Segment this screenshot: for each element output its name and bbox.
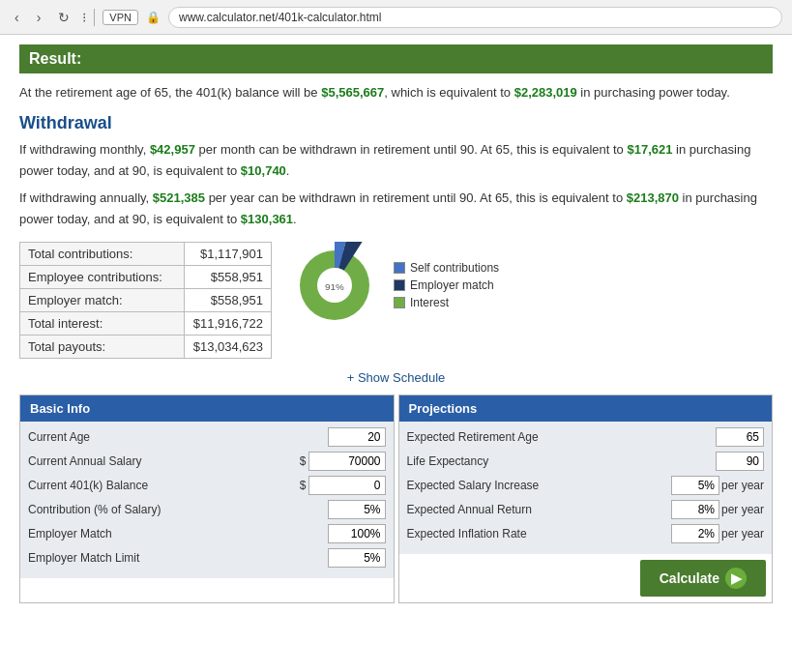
calculate-arrow-icon: ▶ <box>725 568 747 589</box>
field-input[interactable] <box>328 427 386 447</box>
field-label: Employer Match <box>28 527 328 541</box>
form-row: Expected Retirement Age <box>407 427 765 447</box>
input-group <box>328 427 386 447</box>
vpn-badge: VPN <box>103 10 138 25</box>
result-line3: in purchasing power today. <box>577 85 730 100</box>
field-input[interactable] <box>671 524 719 543</box>
field-label: Employer Match Limit <box>28 551 328 565</box>
row-label: Total payouts: <box>20 336 185 359</box>
legend-item: Self contributions <box>394 261 499 275</box>
legend-item: Interest <box>394 296 499 309</box>
calculate-button[interactable]: Calculate ▶ <box>640 560 766 597</box>
input-prefix: $ <box>300 479 307 492</box>
form-row: Contribution (% of Salary) <box>28 500 386 519</box>
monthly-withdrawal-text: If withdrawing monthly, $42,957 per mont… <box>19 139 773 182</box>
basic-info-body: Current AgeCurrent Annual Salary$Current… <box>20 422 394 578</box>
legend-color-swatch <box>394 297 405 308</box>
row-label: Total contributions: <box>20 243 185 266</box>
page-content: Result: At the retirement age of 65, the… <box>0 35 792 613</box>
form-row: Current Annual Salary$ <box>28 452 386 471</box>
summary-area: Total contributions:$1,117,901Employee c… <box>19 242 773 359</box>
input-suffix: per year <box>721 527 764 541</box>
field-input[interactable] <box>328 548 386 568</box>
field-input[interactable] <box>716 452 764 471</box>
field-label: Current Age <box>28 430 328 444</box>
balance-value: $5,565,667 <box>321 85 384 100</box>
field-input[interactable] <box>308 476 386 495</box>
form-row: Current Age <box>28 427 386 447</box>
purchasing-power-value: $2,283,019 <box>514 85 577 100</box>
field-input[interactable] <box>716 427 764 447</box>
calculate-label: Calculate <box>660 570 719 586</box>
projections-panel: Projections Expected Retirement AgeLife … <box>398 394 774 603</box>
result-header: Result: <box>19 44 773 73</box>
row-value: $13,034,623 <box>185 336 272 359</box>
annual-withdrawal-text: If withdrawing annually, $521,385 per ye… <box>19 188 773 230</box>
table-row: Total payouts:$13,034,623 <box>20 336 272 359</box>
row-label: Employer match: <box>20 289 185 312</box>
back-button[interactable]: ‹ <box>10 8 24 27</box>
field-label: Contribution (% of Salary) <box>28 503 328 516</box>
forward-button[interactable]: › <box>32 8 46 27</box>
row-value: $1,117,901 <box>185 243 272 266</box>
row-value: $558,951 <box>185 266 272 289</box>
field-input[interactable] <box>671 500 719 519</box>
field-input[interactable] <box>328 500 386 519</box>
row-value: $558,951 <box>185 289 272 312</box>
legend-label: Interest <box>410 296 449 309</box>
show-schedule[interactable]: + Show Schedule <box>19 370 773 385</box>
pie-label: 91% <box>325 282 344 293</box>
reload-button[interactable]: ↻ <box>53 8 74 27</box>
input-group <box>328 548 386 568</box>
input-group <box>716 452 764 471</box>
pie-chart: 91% <box>291 242 378 329</box>
basic-info-header: Basic Info <box>20 395 394 422</box>
field-label: Expected Inflation Rate <box>407 527 671 541</box>
input-group: per year <box>671 500 764 519</box>
row-value: $11,916,722 <box>185 312 272 336</box>
input-group: $ <box>300 476 386 495</box>
chart-area: 91% Self contributionsEmployer matchInte… <box>291 242 499 332</box>
row-label: Total interest: <box>20 312 185 336</box>
divider <box>94 9 95 26</box>
calc-panels: Basic Info Current AgeCurrent Annual Sal… <box>19 394 773 603</box>
form-row: Life Expectancy <box>407 452 765 471</box>
table-row: Total contributions:$1,117,901 <box>20 243 272 266</box>
result-line2: , which is equivalent to <box>384 85 513 100</box>
field-label: Current 401(k) Balance <box>28 479 300 492</box>
summary-table: Total contributions:$1,117,901Employee c… <box>19 242 272 359</box>
browser-bar: ‹ › ↻ ⁝ VPN 🔒 <box>0 0 792 35</box>
form-row: Expected Inflation Rateper year <box>407 524 765 543</box>
table-row: Employer match:$558,951 <box>20 289 272 312</box>
legend-label: Employer match <box>410 278 494 292</box>
input-suffix: per year <box>721 503 764 516</box>
basic-info-panel: Basic Info Current AgeCurrent Annual Sal… <box>19 394 395 603</box>
input-group: $ <box>300 452 386 471</box>
row-label: Employee contributions: <box>20 266 185 289</box>
form-row: Expected Annual Returnper year <box>407 500 765 519</box>
field-input[interactable] <box>328 524 386 543</box>
calculate-btn-row: Calculate ▶ <box>399 560 773 602</box>
field-input[interactable] <box>671 476 719 495</box>
input-group: per year <box>671 524 764 543</box>
input-group <box>716 427 764 447</box>
show-schedule-link[interactable]: + Show Schedule <box>347 370 446 385</box>
field-input[interactable] <box>308 452 386 471</box>
withdrawal-title: Withdrawal <box>19 113 773 133</box>
result-paragraph: At the retirement age of 65, the 401(k) … <box>19 83 773 103</box>
legend-color-swatch <box>394 262 405 274</box>
input-group <box>328 524 386 543</box>
legend-color-swatch <box>394 279 405 291</box>
table-row: Employee contributions:$558,951 <box>20 266 272 289</box>
field-label: Expected Salary Increase <box>407 479 671 492</box>
url-bar[interactable] <box>168 7 782 28</box>
form-row: Expected Salary Increaseper year <box>407 476 765 495</box>
form-row: Current 401(k) Balance$ <box>28 476 386 495</box>
table-row: Total interest:$11,916,722 <box>20 312 272 336</box>
form-row: Employer Match Limit <box>28 548 386 568</box>
result-line1: At the retirement age of 65, the 401(k) … <box>19 85 321 100</box>
grid-icon: ⁝ <box>82 10 86 25</box>
input-prefix: $ <box>300 454 307 468</box>
field-label: Life Expectancy <box>407 454 717 468</box>
input-suffix: per year <box>721 479 764 492</box>
